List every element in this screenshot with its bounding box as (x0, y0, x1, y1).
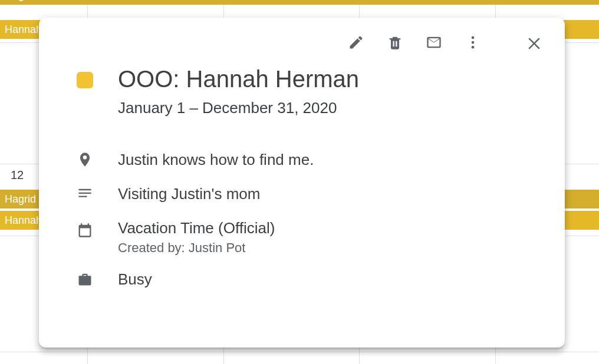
event-location: Justin knows how to find me. (118, 150, 314, 170)
calendar-name: Vacation Time (Official) (118, 219, 275, 239)
svg-point-1 (472, 41, 475, 44)
more-vertical-icon (465, 34, 481, 53)
close-icon (525, 34, 543, 54)
options-button[interactable] (459, 29, 487, 58)
popup-toolbar (44, 22, 560, 60)
event-title: OOO: Hannah Herman (118, 65, 544, 93)
availability-status: Busy (118, 270, 152, 290)
close-button[interactable] (520, 29, 548, 58)
svg-point-2 (472, 46, 475, 49)
briefcase-icon (77, 270, 93, 287)
location-icon (77, 150, 93, 168)
event-date-range: January 1 – December 31, 2020 (118, 99, 544, 117)
event-label: Hagrid (5, 0, 36, 2)
description-icon (77, 184, 93, 202)
calendar-event[interactable]: Hagrid (0, 0, 599, 5)
event-label: Hannah (5, 24, 42, 36)
event-label: Hannah (5, 214, 42, 227)
edit-button[interactable] (342, 29, 370, 58)
event-description: Visiting Justin's mom (118, 184, 260, 204)
svg-point-0 (472, 37, 475, 39)
pencil-icon (348, 34, 364, 53)
envelope-icon (426, 34, 442, 53)
event-label: Hagrid (5, 193, 36, 206)
event-color-chip (77, 72, 93, 88)
calendar-icon (77, 219, 93, 239)
created-by: Created by: Justin Pot (118, 240, 275, 256)
event-details-popup: OOO: Hannah Herman January 1 – December … (39, 18, 565, 348)
email-button[interactable] (420, 29, 448, 58)
delete-button[interactable] (381, 29, 409, 58)
time-label: 12 (11, 168, 24, 182)
trash-icon (387, 34, 403, 53)
